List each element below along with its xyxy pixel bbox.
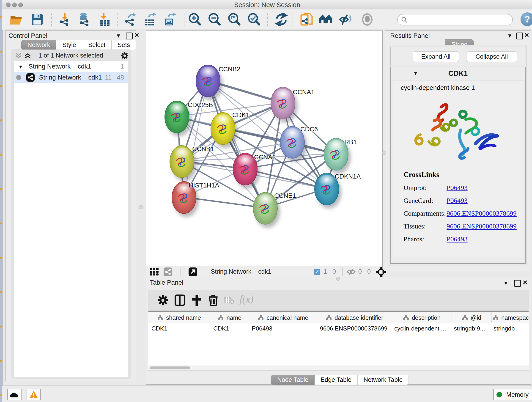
zoom-out-icon[interactable] bbox=[208, 13, 221, 26]
table-gear-icon[interactable] bbox=[157, 294, 169, 306]
crosslink-link[interactable]: P06493 bbox=[447, 197, 468, 204]
network-row-selected[interactable]: String Network – cdk1 11 48 bbox=[14, 72, 128, 83]
column-header-canonical-name[interactable]: canonical name bbox=[249, 313, 317, 323]
left-splitter-handle[interactable] bbox=[139, 205, 143, 209]
grid-view-icon[interactable] bbox=[150, 268, 159, 276]
toolbar-separator bbox=[267, 12, 268, 27]
zoom-selected-icon[interactable] bbox=[247, 13, 261, 26]
tab-edge-table[interactable]: Edge Table bbox=[315, 375, 358, 385]
delete-column-icon[interactable] bbox=[207, 294, 219, 306]
column-header-name[interactable]: name bbox=[210, 313, 249, 323]
titlebar: Session: New Session bbox=[2, 0, 532, 9]
toolbar-separator bbox=[117, 12, 118, 27]
warning-status-button[interactable] bbox=[27, 389, 41, 400]
node-label-ccnb1: CCNB1 bbox=[192, 145, 214, 153]
import-network-file-icon[interactable] bbox=[58, 13, 71, 26]
toolbar-separator bbox=[51, 12, 52, 27]
collapse-all-button[interactable]: Collapse All bbox=[466, 51, 517, 62]
tab-select[interactable]: Select bbox=[82, 40, 112, 50]
table-hscrollbar[interactable] bbox=[148, 366, 529, 370]
float-panel-icon[interactable]: ▼ bbox=[507, 32, 513, 39]
table-panel: Table Panel ▼ × f(x) shared namenamecano… bbox=[146, 277, 531, 385]
zoom-fit-icon[interactable] bbox=[227, 13, 241, 26]
float-panel-icon[interactable]: ▼ bbox=[503, 280, 509, 286]
help-button[interactable]: ? bbox=[520, 12, 532, 26]
detach-view-icon[interactable] bbox=[189, 268, 197, 276]
network-node-ccne1[interactable] bbox=[253, 192, 278, 225]
column-header-shared-name[interactable]: shared name bbox=[148, 313, 210, 323]
network-node-cdk1[interactable] bbox=[210, 112, 235, 145]
network-node-ccnb2[interactable] bbox=[196, 65, 220, 97]
network-icon bbox=[26, 73, 35, 82]
maximize-panel-icon[interactable] bbox=[514, 280, 521, 287]
network-node-cdc25b[interactable] bbox=[165, 101, 189, 133]
home-neighbors-icon[interactable] bbox=[319, 13, 333, 26]
column-header-database-identifier[interactable]: database identifier bbox=[317, 313, 392, 323]
horizontal-splitter-handle[interactable] bbox=[336, 277, 340, 281]
gene-section-header[interactable]: ▼ CDK1 bbox=[391, 67, 525, 80]
desktop-edge-strip bbox=[0, 0, 2, 402]
network-node-ccna1[interactable] bbox=[271, 87, 295, 119]
main-toolbar: ? bbox=[2, 9, 532, 30]
crosslink-link[interactable]: P06493 bbox=[447, 235, 468, 243]
zoom-in-icon[interactable] bbox=[188, 13, 202, 26]
gene-name: CDK1 bbox=[391, 70, 525, 78]
save-session-icon[interactable] bbox=[30, 13, 44, 26]
node-table: shared namenamecanonical namedatabase id… bbox=[148, 312, 529, 371]
memory-status-dot bbox=[496, 392, 502, 397]
tab-style[interactable]: Style bbox=[56, 40, 82, 50]
clone-network-icon[interactable] bbox=[300, 13, 313, 26]
import-network-database-icon[interactable] bbox=[77, 13, 91, 26]
add-column-icon[interactable] bbox=[191, 294, 203, 306]
node-label-ccna1: CCNA1 bbox=[293, 89, 315, 96]
import-table-icon[interactable] bbox=[98, 13, 112, 26]
application-window: Session: New Session ? Control Panel ▼ bbox=[0, 0, 532, 402]
crosslink-label: GeneCard: bbox=[404, 197, 447, 204]
right-splitter-handle[interactable] bbox=[382, 151, 386, 155]
tab-network-table[interactable]: Network Table bbox=[358, 375, 409, 385]
crosslink-link[interactable]: 9606.ENSP00000378699 bbox=[447, 210, 517, 217]
tab-node-table[interactable]: Node Table bbox=[271, 375, 315, 385]
tab-sets[interactable]: Sets bbox=[112, 40, 136, 50]
gear-icon[interactable] bbox=[120, 51, 129, 60]
show-graphics-icon[interactable] bbox=[360, 13, 374, 26]
export-image-icon[interactable] bbox=[163, 13, 177, 26]
crosslink-row: Tissues:9606.ENSP00000378699 bbox=[404, 222, 518, 230]
close-panel-icon[interactable]: × bbox=[525, 32, 529, 38]
show-columns-icon[interactable] bbox=[174, 294, 186, 306]
cloud-status-button[interactable] bbox=[7, 389, 22, 400]
column-header-description[interactable]: description bbox=[392, 313, 452, 323]
fit-content-icon[interactable] bbox=[376, 267, 386, 277]
maximize-panel-icon[interactable] bbox=[126, 32, 133, 39]
column-header--id[interactable]: @id bbox=[452, 313, 492, 323]
table-cell: P06493 bbox=[249, 323, 317, 334]
network-canvas[interactable]: CCNB2CCNA1CDC25BCDK1CDC6RB1CCNB1CCNA2CDK… bbox=[146, 31, 382, 266]
export-table-icon[interactable] bbox=[143, 13, 157, 26]
column-header-namespac[interactable]: namespac bbox=[492, 313, 530, 323]
collection-expand-icon[interactable]: ▼ bbox=[18, 64, 23, 70]
expand-all-button[interactable]: Expand All bbox=[413, 51, 459, 62]
hscrollbar-thumb[interactable] bbox=[150, 366, 190, 369]
tab-network[interactable]: Network bbox=[21, 40, 56, 50]
float-panel-icon[interactable]: ▼ bbox=[116, 32, 121, 39]
table-row[interactable]: CDK1CDK1P064939606.ENSP00000378699cyclin… bbox=[148, 323, 529, 334]
network-collection-row[interactable]: ▼ String Network – cdk1 1 bbox=[14, 61, 128, 72]
network-view-mode-icon[interactable] bbox=[164, 268, 172, 276]
crosslink-row: Compartments:9606.ENSP00000378699 bbox=[404, 210, 518, 217]
crosslink-link[interactable]: P06493 bbox=[447, 184, 468, 191]
selected-counts: 1 - 0 bbox=[323, 268, 336, 275]
search-input[interactable] bbox=[397, 14, 513, 26]
close-panel-icon[interactable]: × bbox=[134, 32, 139, 38]
selected-checkbox-icon[interactable]: ✓ bbox=[314, 269, 320, 275]
open-session-icon[interactable] bbox=[9, 13, 23, 26]
crosslink-link[interactable]: 9606.ENSP00000378699 bbox=[447, 222, 517, 230]
refresh-icon[interactable] bbox=[274, 13, 288, 26]
memory-button[interactable]: Memory bbox=[493, 389, 532, 400]
export-network-icon[interactable] bbox=[123, 13, 137, 26]
crosslink-label: Tissues: bbox=[404, 222, 447, 230]
network-node-ccna2[interactable] bbox=[233, 153, 258, 185]
hide-unhide-icon[interactable] bbox=[338, 13, 352, 26]
network-node-ccnb1[interactable] bbox=[170, 145, 194, 178]
close-panel-icon[interactable]: × bbox=[523, 279, 527, 285]
maximize-panel-icon[interactable] bbox=[516, 32, 523, 39]
